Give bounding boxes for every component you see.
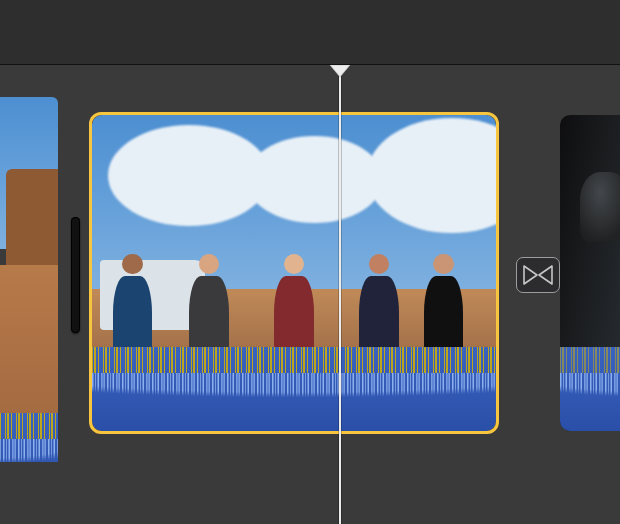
bowtie-transition-icon	[523, 265, 553, 285]
clip-thumbnail	[0, 97, 58, 497]
clip-left[interactable]	[0, 97, 58, 497]
timeline[interactable]	[0, 65, 620, 524]
clip-audio-track[interactable]	[560, 347, 620, 431]
clip-thumbnail	[92, 115, 496, 431]
playhead-line[interactable]	[339, 65, 341, 524]
transition-badge[interactable]	[516, 257, 560, 293]
clip-audio-track[interactable]	[92, 347, 496, 431]
playhead-marker[interactable]	[330, 65, 350, 77]
timeline-bottom-spacer	[0, 462, 620, 524]
clip-center[interactable]	[92, 115, 496, 431]
toolbar-spacer	[0, 0, 620, 64]
clip-thumbnail	[560, 115, 620, 431]
clip-right[interactable]	[560, 115, 620, 431]
clip-edge-handle[interactable]	[71, 217, 80, 333]
